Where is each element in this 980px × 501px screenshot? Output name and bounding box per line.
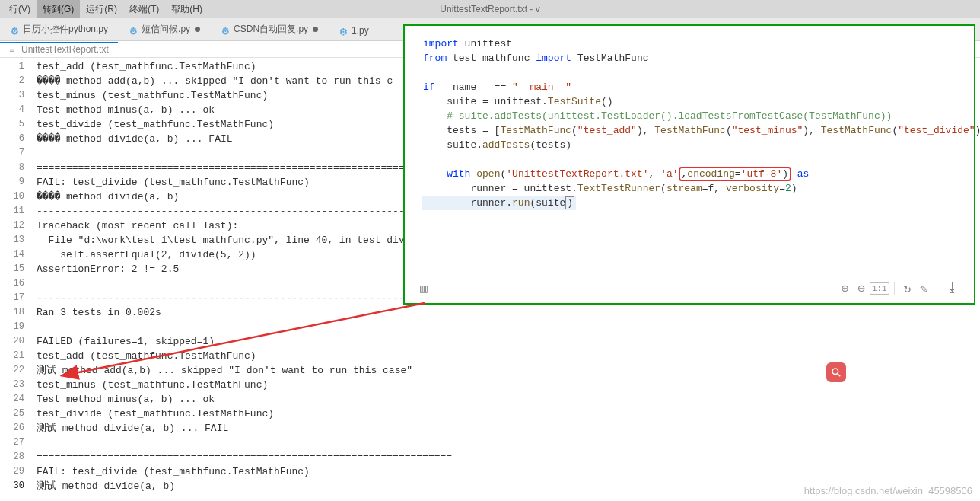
python-icon: ⚙ <box>221 26 229 34</box>
subtab-label: UnittestTextReport.txt <box>21 44 109 55</box>
zoom-out-icon[interactable]: ⊖ <box>853 281 870 296</box>
tab-calendar[interactable]: ⚙ 日历小控件python.py <box>0 18 119 40</box>
rotate-icon[interactable]: ↻ <box>899 281 916 296</box>
report-line: test_divide (test_mathfunc.TestMathFunc) <box>37 407 980 421</box>
menu-terminal[interactable]: 终端(T) <box>123 0 165 18</box>
modified-dot-icon <box>195 27 200 32</box>
encoding-highlight: ,encoding='utf-8') <box>679 167 791 181</box>
menu-row[interactable]: 行(V) <box>3 0 37 18</box>
report-line: ========================================… <box>37 450 980 464</box>
menu-goto[interactable]: 转到(G) <box>37 0 80 18</box>
python-icon: ⚙ <box>11 26 18 34</box>
python-icon: ⚙ <box>129 26 137 34</box>
one-to-one-icon[interactable]: 1:1 <box>870 282 889 295</box>
divider <box>894 282 895 295</box>
edit-icon[interactable]: ✎ <box>915 281 932 296</box>
tab-csdn[interactable]: ⚙ CSDN自动回复.py <box>211 18 329 40</box>
report-line: 测试 method divide(a, b) ... FAIL <box>37 421 980 436</box>
code-overlay-panel: import unittestfrom test_mathfunc import… <box>403 24 975 305</box>
report-line: FAILED (failures=1, skipped=1) <box>37 334 980 349</box>
report-line: test_add (test_mathfunc.TestMathFunc) <box>37 349 980 363</box>
window-title: UnittestTextReport.txt - v <box>440 4 539 14</box>
layout-icon[interactable]: ▥ <box>415 281 432 296</box>
svg-line-3 <box>838 374 841 377</box>
tab-label: 1.py <box>352 25 369 36</box>
menu-help[interactable]: 帮助(H) <box>165 0 208 18</box>
tab-label: CSDN自动回复.py <box>234 23 308 36</box>
report-line: Test method minus(a, b) ... ok <box>37 392 980 407</box>
line-gutter: 1234567891011121314151617181920212223242… <box>0 58 30 501</box>
text-file-icon: ≡ <box>9 46 17 53</box>
zoom-in-icon[interactable]: ⊕ <box>837 281 854 296</box>
download-icon[interactable]: ⭳ <box>942 281 963 295</box>
menubar: 行(V) 转到(G) 运行(R) 终端(T) 帮助(H) UnittestTex… <box>0 0 980 18</box>
divider <box>937 282 937 295</box>
menu-run[interactable]: 运行(R) <box>80 0 123 18</box>
report-line <box>37 436 980 450</box>
tab-sms[interactable]: ⚙ 短信问候.py <box>119 18 211 40</box>
modified-dot-icon <box>313 27 318 32</box>
tab-1py[interactable]: ⚙ 1.py <box>329 21 380 40</box>
report-line: Ran 3 tests in 0.002s <box>37 305 980 320</box>
overlay-toolbar: ▥ ⊕ ⊖ 1:1 ↻ ✎ ⭳ <box>405 273 974 303</box>
subtab-report[interactable]: ≡ UnittestTextReport.txt <box>0 42 118 56</box>
watermark: https://blog.csdn.net/weixin_45598506 <box>804 485 972 496</box>
tab-label: 短信问候.py <box>142 23 190 36</box>
report-line <box>37 320 980 334</box>
svg-point-2 <box>832 369 838 375</box>
python-icon: ⚙ <box>339 27 347 34</box>
tab-label: 日历小控件python.py <box>23 23 108 36</box>
floating-search-button[interactable] <box>826 362 846 382</box>
report-line: FAIL: test_divide (test_mathfunc.TestMat… <box>37 464 980 479</box>
python-source: import unittestfrom test_mathfunc import… <box>405 26 974 221</box>
